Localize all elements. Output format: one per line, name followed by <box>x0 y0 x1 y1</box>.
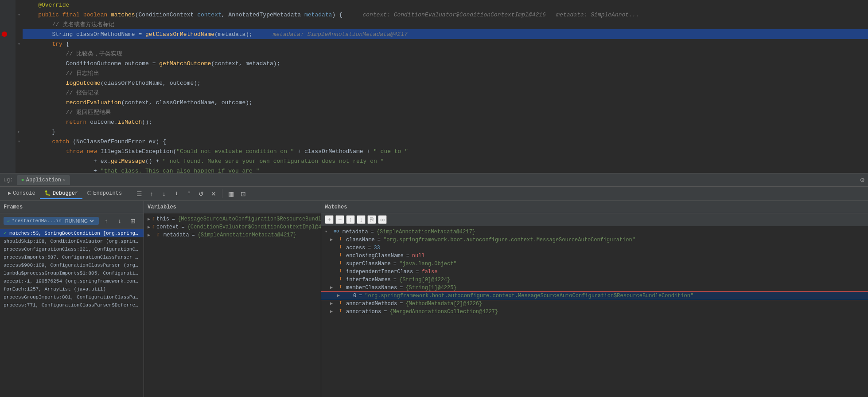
watch-name: interfaceNames <box>346 277 391 283</box>
watch-name: annotatedMethods <box>346 301 397 307</box>
line-gutter <box>0 156 16 166</box>
comment: // 比较类，子类实现 <box>24 50 122 58</box>
table-view-btn[interactable]: ▦ <box>225 188 237 200</box>
watch-up-btn[interactable]: ↑ <box>346 215 355 224</box>
frame-item[interactable]: process:771, ConfigurationClassParser$De… <box>0 301 144 309</box>
code-text <box>301 12 304 18</box>
step-down-btn[interactable]: ↓ <box>158 188 170 200</box>
frame-item[interactable]: access$900:109, ConfigurationClassParser… <box>0 261 144 269</box>
watch-item-highlighted[interactable]: ▶ 0 = "org.springframework.boot.autoconf… <box>321 292 868 300</box>
frame-item[interactable]: processImports:587, ConfigurationClassPa… <box>0 253 144 261</box>
frames-up-btn[interactable]: ↑ <box>101 215 112 227</box>
watch-value: false <box>421 269 437 275</box>
fold-gutter <box>16 98 23 107</box>
watch-name: 0 <box>353 293 356 299</box>
variable-item[interactable]: ▶ f metadata = {SimpleAnnotationMetadata… <box>144 231 321 239</box>
watch-equals: = <box>393 261 397 267</box>
watch-item[interactable]: ▶ f memberClassNames = {String[1]@4225} <box>321 284 868 292</box>
type-name: ConditionOutcome <box>24 60 121 67</box>
watch-value: {String[0]@4224} <box>399 277 450 283</box>
close-tab-button[interactable]: ✕ <box>63 177 66 183</box>
code-text: (); <box>142 119 152 126</box>
thread-select[interactable]: RUNNING <box>63 218 95 224</box>
method-name: isMatch <box>118 119 142 126</box>
watch-type-icon: f <box>337 277 344 282</box>
application-tab[interactable]: ● Application ✕ <box>17 175 70 185</box>
watch-item[interactable]: ▶ f className = "org.springframework.boo… <box>321 236 868 244</box>
method-name: logOutcome <box>24 80 101 86</box>
frames-down-btn[interactable]: ↓ <box>114 215 125 227</box>
watch-item[interactable]: f superClassName = "java.lang.Object" <box>321 260 868 268</box>
watch-item[interactable]: ▶ f annotatedMethods = {MethodMetadata[2… <box>321 300 868 308</box>
watch-item[interactable]: f access = 33 <box>321 244 868 252</box>
watch-equals: = <box>378 237 381 243</box>
infinity-btn[interactable]: ∞ <box>378 215 387 224</box>
inline-hint: context: ConditionEvaluator$ConditionCon… <box>356 12 639 18</box>
code-line: ▸ } <box>0 127 868 137</box>
tab-endpoints[interactable]: ⬡ Endpoints <box>82 188 126 199</box>
fold-gutter <box>16 156 23 166</box>
frame-item[interactable]: processGroupImports:801, ConfigurationCl… <box>0 293 144 301</box>
remove-watch-btn[interactable]: − <box>335 215 344 224</box>
code-line: // 比较类，子类实现 <box>0 49 868 59</box>
expand-arrow: ▶ <box>148 232 153 238</box>
watch-item[interactable]: f interfaceNames = {String[0]@4224} <box>321 276 868 284</box>
watch-type-icon: f <box>337 237 344 242</box>
add-watch-btn[interactable]: + <box>325 215 334 224</box>
fold-gutter <box>16 88 23 98</box>
code-editor: @Override ▾ public final boolean matches… <box>0 0 868 173</box>
watch-type-icon: f <box>337 301 344 306</box>
step-out-btn[interactable]: ⤒ <box>183 188 195 200</box>
line-content: // 报告记录 <box>23 88 868 98</box>
settings-button[interactable]: ⚙ <box>860 176 864 185</box>
watch-value: 33 <box>374 245 380 251</box>
step-up-btn[interactable]: ↑ <box>146 188 157 200</box>
fold-gutter <box>16 146 23 156</box>
watch-value: {String[1]@4225} <box>405 285 456 291</box>
fold-gutter <box>16 0 23 10</box>
fold-gutter <box>16 20 23 29</box>
tab-console[interactable]: ▶ Console <box>4 188 40 199</box>
grid-view-btn[interactable]: ⊡ <box>237 188 249 200</box>
watch-item[interactable]: f independentInnerClass = false <box>321 268 868 276</box>
code-line: throw new IllegalStateException("Could n… <box>0 146 868 156</box>
code-text: (context, metadata); <box>211 60 280 67</box>
fold-gutter: ▾ <box>16 137 23 146</box>
copy-watch-btn[interactable]: ⎘ <box>367 215 376 224</box>
tab-debugger[interactable]: 🐛 Debugger <box>40 188 83 199</box>
resume-btn[interactable]: ↺ <box>195 188 207 200</box>
frame-item[interactable]: lambda$processGroupImports$1:805, Config… <box>0 269 144 277</box>
type-name: ConditionContext <box>138 12 194 18</box>
code-text: + <box>24 168 101 173</box>
frame-item[interactable]: ✓ matches:53, SpringBootCondition [org.s… <box>0 229 144 237</box>
code-line: ▾ public final boolean matches(Condition… <box>0 10 868 20</box>
code-text <box>97 148 101 155</box>
watch-value: {SimpleAnnotationMetadata@4217} <box>377 229 475 235</box>
frame-item[interactable]: accept:-1, 190576254 (org.springframewor… <box>0 277 144 285</box>
variable-item[interactable]: ▶ f this = {MessageSourceAutoConfigurati… <box>144 215 321 223</box>
frame-item[interactable]: forEach:1257, ArrayList (java.util) <box>0 285 144 293</box>
step-into-btn[interactable]: ⤓ <box>171 188 182 200</box>
breakpoint-indicator[interactable] <box>2 31 7 37</box>
code-line: // 返回匹配结果 <box>0 107 868 117</box>
watch-equals: = <box>368 245 371 251</box>
frames-layout-btn[interactable]: ☰ <box>133 188 145 200</box>
watch-item[interactable]: ▾ oo metadata = {SimpleAnnotationMetadat… <box>321 228 868 236</box>
watches-header: Watches <box>321 201 868 213</box>
frames-filter-btn[interactable]: ⊞ <box>127 215 139 227</box>
code-text: ) { <box>332 12 342 18</box>
frame-item[interactable]: shouldSkip:108, ConditionEvaluator (org.… <box>0 237 144 245</box>
watch-item[interactable]: f enclosingClassName = null <box>321 252 868 260</box>
watch-item[interactable]: ▶ f annotations = {MergedAnnotationsColl… <box>321 308 868 316</box>
line-content: throw new IllegalStateException("Could n… <box>23 146 868 156</box>
fold-gutter <box>16 166 23 173</box>
frame-item[interactable]: processConfigurationClass:221, Configura… <box>0 245 144 253</box>
code-text: + classOrMethodName + <box>294 148 374 155</box>
frames-panel-header: Frames <box>0 201 144 213</box>
watch-name: annotations <box>346 309 381 315</box>
variable-item[interactable]: ▶ f context = {ConditionEvaluator$Condit… <box>144 223 321 231</box>
watch-equals: = <box>371 229 374 235</box>
stop-btn[interactable]: ✕ <box>208 188 219 200</box>
param: context <box>197 12 222 18</box>
watch-down-btn[interactable]: ↓ <box>357 215 366 224</box>
